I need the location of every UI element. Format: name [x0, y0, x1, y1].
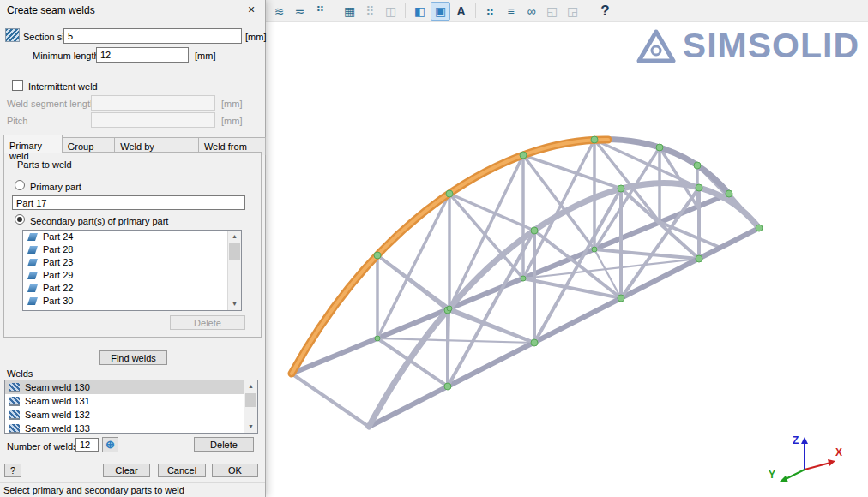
- triad-y-label: Y: [769, 469, 775, 481]
- seam-weld-icon: [9, 397, 20, 406]
- annotation-icon[interactable]: A: [451, 2, 471, 21]
- scroll-thumb[interactable]: [245, 393, 256, 407]
- list-item[interactable]: Seam weld 131: [5, 394, 257, 408]
- secondary-parts-label: Secondary part(s) of primary part: [30, 216, 168, 226]
- tab-primary-weld[interactable]: Primary weld: [3, 135, 63, 153]
- list-item[interactable]: Part 30: [23, 295, 241, 308]
- part-icon: [27, 246, 38, 254]
- seam-weld-icon: [9, 410, 20, 420]
- highlight-part-icon[interactable]: ▣: [431, 2, 450, 21]
- scroll-down-icon[interactable]: ▼: [228, 298, 241, 310]
- toolbar-separator: [405, 3, 406, 18]
- list-item[interactable]: Seam weld 133: [5, 422, 257, 434]
- list-item[interactable]: Part 22: [23, 282, 241, 295]
- section-size-unit: [mm]: [245, 32, 266, 42]
- bridge-model: [266, 22, 868, 497]
- seam-weld-icon: [9, 383, 20, 392]
- scroll-up-icon[interactable]: ▲: [244, 380, 257, 392]
- frame-icon[interactable]: ◫: [381, 2, 401, 21]
- weld-label: Seam weld 132: [25, 408, 90, 422]
- weld-label: Seam weld 130: [25, 380, 90, 394]
- find-welds-button[interactable]: Find welds: [99, 350, 167, 365]
- weld-list-icon[interactable]: ≡: [501, 2, 521, 21]
- welds-scrollbar[interactable]: ▲ ▼: [244, 380, 257, 433]
- part-icon: [27, 297, 38, 305]
- secondary-parts-radio[interactable]: [15, 214, 25, 225]
- weld-segment-length-input: [91, 95, 215, 111]
- triad-z-label: Z: [793, 434, 799, 446]
- weld-segment-length-label: Weld segment length: [7, 99, 95, 109]
- simsolid-logo: SIMSOLID: [636, 26, 859, 66]
- toolbar-separator: [475, 3, 476, 18]
- stitch-weld-icon[interactable]: ≂: [290, 2, 310, 21]
- pitch-unit: [mm]: [221, 116, 242, 126]
- part-icon: [27, 272, 38, 279]
- simsolid-logo-icon: [636, 28, 676, 64]
- minimum-length-input[interactable]: [96, 47, 189, 63]
- help-icon[interactable]: ?: [595, 2, 615, 21]
- pitch-input: [91, 112, 215, 128]
- show-part-icon[interactable]: ◧: [410, 2, 430, 21]
- ok-button[interactable]: OK: [212, 464, 258, 477]
- list-item[interactable]: Seam weld 132: [5, 408, 257, 422]
- weld-group-icon[interactable]: ⠶: [480, 2, 500, 21]
- scroll-thumb[interactable]: [229, 243, 240, 260]
- welds-section-title: Welds: [7, 368, 33, 379]
- list-item[interactable]: Part 29: [23, 269, 241, 282]
- delete-parts-button[interactable]: Delete: [170, 315, 245, 330]
- scale-up-icon[interactable]: ◱: [542, 2, 562, 21]
- part-label: Part 30: [43, 295, 73, 308]
- toolbar-separator: [335, 3, 335, 18]
- seam-weld-tool-icon: [5, 28, 20, 42]
- seam-weld-icon[interactable]: ≋: [269, 2, 289, 21]
- list-item[interactable]: Part 24: [23, 231, 241, 243]
- scroll-down-icon[interactable]: ▼: [244, 421, 257, 433]
- list-item[interactable]: Seam weld 130: [5, 380, 257, 394]
- delete-weld-button[interactable]: Delete: [194, 437, 254, 452]
- orientation-triad[interactable]: Z X Y: [763, 428, 846, 490]
- zoom-to-weld-button[interactable]: ⊕: [102, 437, 118, 452]
- list-item[interactable]: Part 23: [23, 256, 241, 269]
- clear-button[interactable]: Clear: [103, 464, 150, 477]
- spot-weld-icon[interactable]: ⠛: [310, 2, 330, 21]
- number-of-welds-input[interactable]: [75, 438, 99, 452]
- thermal-icon[interactable]: ∞: [521, 2, 541, 21]
- dialog-help-button[interactable]: ?: [4, 464, 21, 477]
- create-seam-welds-dialog: Create seam welds × Section size [mm] Mi…: [0, 0, 266, 497]
- primary-part-label: Primary part: [30, 182, 81, 192]
- part-label: Part 28: [43, 243, 73, 256]
- weld-segment-length-unit: [mm]: [221, 99, 242, 109]
- primary-part-input[interactable]: [12, 195, 245, 210]
- minimum-length-label: Minimum length: [33, 51, 99, 61]
- parts-scrollbar[interactable]: ▲ ▼: [227, 231, 241, 310]
- welds-list[interactable]: Seam weld 130 Seam weld 131 Seam weld 13…: [4, 380, 258, 434]
- weld-label: Seam weld 133: [25, 422, 90, 434]
- part-label: Part 22: [43, 282, 73, 295]
- weld-label: Seam weld 131: [25, 394, 90, 408]
- intermittent-weld-checkbox[interactable]: [12, 80, 23, 91]
- part-icon: [27, 284, 38, 292]
- intermittent-weld-label: Intermittent weld: [28, 81, 98, 92]
- dot-matrix-icon[interactable]: ⠿: [360, 2, 380, 21]
- part-label: Part 29: [43, 269, 73, 282]
- section-size-input[interactable]: [63, 28, 242, 44]
- scroll-up-icon[interactable]: ▲: [228, 231, 241, 243]
- simsolid-logo-text: SIMSOLID: [683, 26, 859, 66]
- grid-icon[interactable]: ▦: [340, 2, 359, 21]
- deck-beams: [292, 194, 759, 427]
- status-text: Select primary and secondary parts to we…: [3, 485, 184, 495]
- seam-weld-icon: [9, 424, 20, 434]
- cancel-button[interactable]: Cancel: [158, 464, 206, 477]
- number-of-welds-label: Number of welds: [7, 441, 78, 452]
- part-icon: [27, 259, 38, 266]
- close-icon[interactable]: ×: [239, 1, 263, 19]
- scale-down-icon[interactable]: ◲: [563, 2, 582, 21]
- triad-x-label: X: [835, 446, 842, 458]
- part-icon: [27, 233, 38, 241]
- part-label: Part 24: [43, 231, 73, 243]
- viewport-3d[interactable]: SIMSOLID: [266, 22, 868, 497]
- primary-part-radio[interactable]: [15, 180, 25, 190]
- secondary-parts-list[interactable]: Part 24 Part 28 Part 23 Part 29 Part 22 …: [22, 230, 242, 311]
- list-item[interactable]: Part 28: [23, 243, 241, 256]
- magnifier-icon: ⊕: [105, 438, 115, 451]
